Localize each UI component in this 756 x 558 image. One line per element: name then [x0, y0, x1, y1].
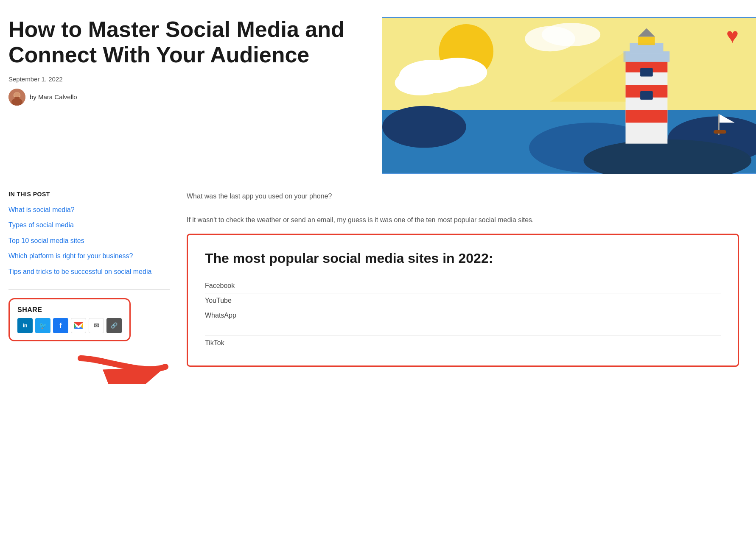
- share-facebook-button[interactable]: f: [53, 318, 68, 333]
- list-item: WhatsApp: [205, 308, 721, 323]
- list-item: TikTok: [205, 335, 721, 350]
- svg-text:♥: ♥: [726, 24, 739, 47]
- toc-item-2[interactable]: Types of social media: [8, 220, 170, 230]
- toc-item-1[interactable]: What is social media?: [8, 205, 170, 215]
- article-date: September 1, 2022: [8, 75, 365, 83]
- hero-section: How to Master Social Media and Connect W…: [0, 0, 756, 187]
- intro-p2: If it wasn't to check the weather or sen…: [187, 215, 739, 226]
- toc-item-5[interactable]: Tips and tricks to be successful on soci…: [8, 267, 170, 276]
- intro-p1: What was the last app you used on your p…: [187, 191, 739, 202]
- svg-rect-25: [638, 37, 655, 45]
- svg-rect-22: [625, 110, 667, 123]
- red-arrow: [76, 350, 170, 385]
- toc-item-4[interactable]: Which platform is right for your busines…: [8, 251, 170, 261]
- share-box: SHARE in 🐦 f: [8, 298, 131, 341]
- sidebar: IN THIS POST What is social media? Types…: [8, 187, 187, 385]
- share-linkedin-button[interactable]: in: [17, 318, 33, 333]
- svg-rect-28: [640, 91, 653, 100]
- share-icons: in 🐦 f: [17, 318, 122, 333]
- popular-box-title: The most popular social media sites in 2…: [205, 250, 721, 266]
- article-title: How to Master Social Media and Connect W…: [8, 17, 365, 68]
- main-content: IN THIS POST What is social media? Types…: [0, 187, 756, 385]
- share-label: SHARE: [17, 306, 122, 314]
- svg-point-8: [395, 70, 445, 95]
- svg-point-3: [14, 92, 20, 98]
- toc-link-1[interactable]: What is social media?: [8, 206, 75, 213]
- toc-divider: [8, 289, 170, 290]
- toc-link-2[interactable]: Types of social media: [8, 221, 74, 229]
- share-twitter-button[interactable]: 🐦: [35, 318, 50, 333]
- popular-sites-box: The most popular social media sites in 2…: [187, 234, 739, 366]
- svg-rect-27: [640, 68, 653, 77]
- toc-link-4[interactable]: Which platform is right for your busines…: [8, 252, 133, 259]
- share-gmail-button[interactable]: [71, 318, 86, 333]
- toc-link-5[interactable]: Tips and tricks to be successful on soci…: [8, 268, 151, 275]
- author-line: by Mara Calvello: [8, 89, 365, 106]
- share-link-button[interactable]: 🔗: [106, 318, 122, 333]
- toc-item-3[interactable]: Top 10 social media sites: [8, 236, 170, 246]
- article-body: What was the last app you used on your p…: [187, 187, 748, 385]
- author-name: by Mara Calvello: [30, 93, 77, 100]
- toc-link-3[interactable]: Top 10 social media sites: [8, 237, 84, 244]
- avatar: [8, 89, 25, 106]
- hero-text: How to Master Social Media and Connect W…: [8, 17, 382, 106]
- svg-point-10: [542, 23, 600, 46]
- in-this-post-label: IN THIS POST: [8, 191, 170, 198]
- page-wrapper: How to Master Social Media and Connect W…: [0, 0, 756, 385]
- svg-rect-18: [714, 130, 726, 134]
- svg-point-12: [382, 106, 466, 148]
- list-item: Facebook: [205, 279, 721, 293]
- hero-image: ♥: [382, 17, 756, 174]
- site-list: Facebook YouTube WhatsApp TikTok: [205, 279, 721, 350]
- share-email-button[interactable]: ✉: [89, 318, 104, 333]
- toc-list: What is social media? Types of social me…: [8, 205, 170, 276]
- list-item: YouTube: [205, 293, 721, 308]
